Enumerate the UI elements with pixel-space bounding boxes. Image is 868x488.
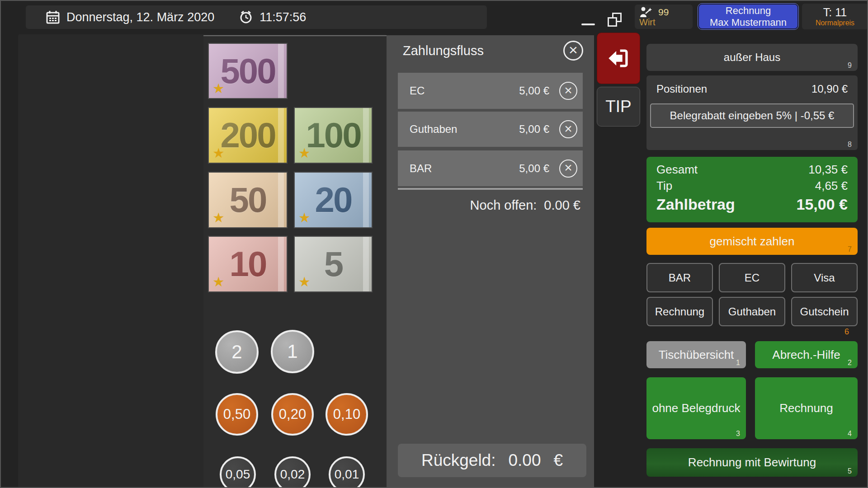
no-receipt-label: ohne Belegdruck (652, 401, 740, 415)
payment-amount: 5,00 € (519, 123, 549, 136)
badge-5: 5 (848, 467, 852, 475)
coin-005-button[interactable]: 0,05 (220, 456, 256, 488)
pay-visa-button[interactable]: Visa (791, 263, 858, 292)
pay-guthaben-button[interactable]: Guthaben (719, 297, 785, 326)
remove-payment-guthaben-button[interactable] (559, 120, 577, 138)
operator-panel[interactable]: 99 Wirt (635, 5, 693, 29)
exit-arrow-icon (605, 45, 632, 71)
zahlbetrag-row: Zahlbetrag 15,00 € (656, 194, 848, 215)
euro-star-icon (298, 274, 311, 290)
mixed-payment-button[interactable]: gemischt zahlen 7 (646, 228, 858, 255)
zahlbetrag-label: Zahlbetrag (656, 194, 735, 215)
ausser-haus-label: außer Haus (724, 51, 780, 64)
settlement-help-button[interactable]: Abrech.-Hilfe 2 (755, 341, 858, 368)
pay-gutschein-label: Gutschein (800, 305, 849, 318)
badge-3: 3 (736, 430, 740, 438)
badge-8: 8 (848, 141, 852, 149)
zahlbetrag-value: 15,00 € (797, 194, 848, 215)
coin-050-value: 0,50 (223, 406, 250, 422)
note-500-value: 500 (220, 51, 275, 92)
tip-button[interactable]: TIP (597, 87, 640, 127)
gesamt-row: Gesamt 10,35 € (656, 161, 848, 178)
positions-amount: 10,90 € (811, 83, 848, 95)
table-number: T: 11 (823, 6, 847, 19)
exit-payment-button[interactable] (597, 33, 640, 84)
payment-flow-title: Zahlungsfluss (403, 43, 484, 58)
payment-method: EC (410, 84, 425, 97)
invoice-button[interactable]: Rechnung 4 (755, 377, 858, 439)
pay-guthaben-label: Guthaben (728, 305, 776, 318)
note-200-value: 200 (220, 115, 275, 156)
invoice-hospitality-button[interactable]: Rechnung mit Bewirtung 5 (646, 448, 858, 477)
price-level: Normalpreis (816, 19, 854, 27)
tip-row-label: Tip (656, 178, 672, 194)
note-200-button[interactable]: 200 (208, 107, 288, 164)
remove-payment-ec-button[interactable] (559, 82, 577, 100)
pay-gutschein-button[interactable]: Gutschein (791, 297, 858, 326)
payment-entry-row: EC 5,00 € (398, 73, 583, 109)
table-panel[interactable]: T: 11 Normalpreis (802, 4, 868, 29)
pay-rechnung-button[interactable]: Rechnung (646, 297, 713, 326)
mixed-payment-label: gemischt zahlen (710, 235, 795, 249)
coin-002-button[interactable]: 0,02 (274, 456, 311, 488)
payment-entry-row: BAR 5,00 € (398, 150, 583, 186)
open-amount-value: 0.00 € (544, 198, 580, 213)
euro-star-icon (212, 274, 225, 290)
ausser-haus-button[interactable]: außer Haus 9 (646, 44, 858, 71)
close-payment-flow-button[interactable] (563, 41, 583, 61)
gesamt-label: Gesamt (656, 161, 698, 178)
badge-4: 4 (848, 430, 852, 438)
open-amount-label: Noch offen: (470, 198, 537, 213)
payment-amount: 5,00 € (519, 84, 549, 97)
operator-role: Wirt (639, 17, 688, 28)
minimize-button[interactable] (581, 23, 595, 25)
coin-010-button[interactable]: 0,10 (326, 393, 368, 436)
invoice-label: Rechnung (779, 401, 833, 415)
pay-visa-label: Visa (814, 272, 835, 284)
coin-050-button[interactable]: 0,50 (216, 393, 258, 436)
coin-020-button[interactable]: 0,20 (271, 393, 314, 436)
table-overview-label: Tischübersicht (659, 348, 734, 362)
badge-2: 2 (848, 359, 852, 367)
invoice-mode-line1: Rechnung (726, 5, 771, 17)
operator-number: 99 (658, 7, 669, 18)
tip-label: TIP (605, 97, 632, 116)
pay-ec-button[interactable]: EC (719, 263, 785, 292)
coin-2-button[interactable]: 2 (215, 330, 259, 374)
coin-020-value: 0,20 (279, 406, 306, 422)
note-100-button[interactable]: 100 (294, 107, 373, 164)
coin-1-button[interactable]: 1 (271, 330, 314, 373)
coin-1-value: 1 (287, 341, 297, 362)
change-value: 0.00 (508, 451, 541, 470)
remove-payment-bar-button[interactable] (559, 160, 577, 178)
note-10-button[interactable]: 10 (208, 236, 288, 292)
note-500-button[interactable]: 500 (208, 43, 288, 99)
payment-entry-row: Guthaben 5,00 € (398, 112, 583, 147)
divider (398, 188, 583, 190)
note-50-value: 50 (230, 179, 266, 221)
gesamt-value: 10,35 € (808, 161, 848, 178)
payment-amount: 5,00 € (519, 162, 549, 175)
euro-star-icon (212, 145, 225, 161)
restore-window-button[interactable] (608, 13, 624, 29)
pay-bar-button[interactable]: BAR (646, 263, 713, 292)
tip-row-value: 4,65 € (815, 178, 848, 194)
payment-method: BAR (410, 162, 432, 175)
date-text: Donnerstag, 12. März 2020 (66, 10, 214, 24)
calendar-icon (46, 10, 60, 24)
coin-001-button[interactable]: 0,01 (329, 456, 365, 488)
pos-window: Donnerstag, 12. März 2020 11:57:56 99 Wi… (0, 0, 868, 488)
euro-star-icon (212, 80, 225, 96)
change-label: Rückgeld: (421, 451, 496, 470)
euro-star-icon (298, 210, 311, 225)
receipt-discount-button[interactable]: Belegrabatt eingeben 5% | -0,55 € (650, 103, 854, 128)
no-receipt-button[interactable]: ohne Belegdruck 3 (646, 377, 746, 439)
note-50-button[interactable]: 50 (208, 172, 288, 228)
note-20-button[interactable]: 20 (294, 172, 373, 228)
invoice-mode-button[interactable]: Rechnung Max Mustermann (698, 4, 798, 29)
change-display: Rückgeld: 0.00 € (398, 444, 586, 477)
note-5-button[interactable]: 5 (294, 236, 373, 292)
coin-010-value: 0,10 (333, 406, 360, 422)
table-overview-button[interactable]: Tischübersicht 1 (646, 341, 746, 368)
note-10-value: 10 (230, 244, 266, 285)
